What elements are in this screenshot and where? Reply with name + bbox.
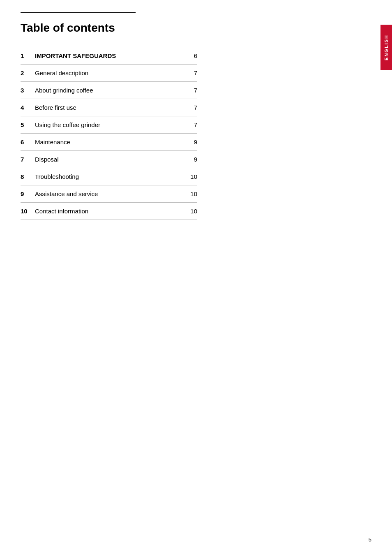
toc-label[interactable]: IMPORTANT SAFEGUARDS [35, 52, 187, 59]
top-divider [21, 12, 136, 13]
toc-row: 10Contact information10 [21, 202, 197, 220]
toc-page-number: 7 [187, 87, 197, 94]
toc-number: 6 [21, 139, 35, 146]
toc-page-number: 9 [187, 139, 197, 146]
toc-page-number: 7 [187, 104, 197, 111]
toc-label[interactable]: Assistance and service [35, 190, 187, 197]
toc-number: 9 [21, 190, 35, 197]
toc-row: 7Disposal9 [21, 150, 197, 168]
toc-row: 1IMPORTANT SAFEGUARDS6 [21, 47, 197, 64]
toc-label[interactable]: Using the coffee grinder [35, 121, 187, 128]
toc-label[interactable]: Contact information [35, 208, 187, 215]
toc-row: 2General description7 [21, 64, 197, 81]
toc-label[interactable]: Before first use [35, 104, 187, 111]
toc-page-number: 9 [187, 156, 197, 163]
language-label: ENGLISH [384, 35, 389, 60]
toc-number: 5 [21, 121, 35, 128]
toc-number: 1 [21, 52, 35, 59]
toc-page-number: 7 [187, 121, 197, 128]
page-number: 5 [369, 536, 371, 543]
toc-table: 1IMPORTANT SAFEGUARDS62General descripti… [21, 47, 197, 220]
toc-row: 4Before first use7 [21, 99, 197, 116]
toc-number: 7 [21, 156, 35, 163]
toc-label[interactable]: General description [35, 69, 187, 76]
toc-label[interactable]: Disposal [35, 156, 187, 163]
toc-page-number: 7 [187, 69, 197, 76]
toc-row: 6Maintenance9 [21, 133, 197, 150]
page-container: ENGLISH Table of contents 1IMPORTANT SAF… [0, 0, 392, 555]
toc-page-number: 10 [187, 208, 197, 215]
toc-label[interactable]: About grinding coffee [35, 87, 187, 94]
content-area: Table of contents 1IMPORTANT SAFEGUARDS6… [0, 0, 214, 240]
toc-number: 10 [21, 208, 35, 215]
toc-number: 3 [21, 87, 35, 94]
toc-row: 3About grinding coffee7 [21, 81, 197, 99]
toc-number: 4 [21, 104, 35, 111]
toc-row: 9Assistance and service10 [21, 185, 197, 202]
page-title: Table of contents [21, 21, 193, 35]
toc-number: 8 [21, 173, 35, 180]
language-tab: ENGLISH [380, 25, 392, 70]
toc-page-number: 10 [187, 190, 197, 197]
toc-page-number: 6 [187, 52, 197, 59]
toc-row: 8Troubleshooting10 [21, 168, 197, 185]
toc-row: 5Using the coffee grinder7 [21, 116, 197, 133]
toc-label[interactable]: Troubleshooting [35, 173, 187, 180]
toc-page-number: 10 [187, 173, 197, 180]
toc-number: 2 [21, 69, 35, 76]
toc-label[interactable]: Maintenance [35, 139, 187, 146]
